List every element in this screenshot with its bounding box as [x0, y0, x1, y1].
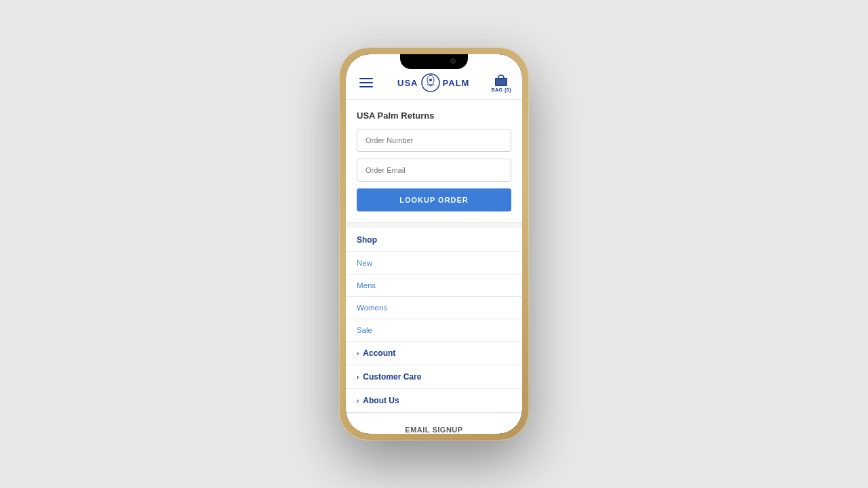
bag-icon	[494, 73, 509, 87]
bag-count-label: BAG (0)	[491, 87, 511, 92]
logo-text-palm: PALM	[443, 78, 470, 88]
svg-point-0	[422, 74, 439, 92]
svg-point-2	[429, 79, 432, 81]
email-signup-section[interactable]: EMAIL SIGNUP	[346, 413, 522, 434]
bag-button[interactable]: BAG (0)	[491, 73, 511, 92]
logo-text-usa: USA	[397, 78, 418, 88]
nav-item-mens[interactable]: Mens	[346, 274, 522, 297]
email-signup-label: EMAIL SIGNUP	[405, 426, 462, 434]
nav-item-customer-care[interactable]: › Customer Care	[346, 365, 522, 389]
returns-section: USA Palm Returns LOOKUP ORDER	[346, 100, 522, 223]
main-content: USA Palm Returns LOOKUP ORDER Shop New M…	[346, 100, 522, 434]
phone-frame: USA PALM BAG (0)	[339, 47, 529, 441]
chevron-right-icon: ›	[357, 373, 359, 381]
nav-shop-header: Shop	[346, 228, 522, 252]
phone-notch	[400, 54, 468, 69]
nav-item-new[interactable]: New	[346, 252, 522, 274]
logo[interactable]: USA PALM	[397, 73, 469, 92]
hamburger-menu-button[interactable]	[357, 75, 376, 90]
order-email-input[interactable]	[357, 159, 511, 182]
nav-item-sale[interactable]: Sale	[346, 319, 522, 342]
returns-title: USA Palm Returns	[357, 110, 511, 121]
nav-section: Shop New Mens Womens Sale ›	[346, 228, 522, 413]
chevron-right-icon: ›	[357, 350, 359, 357]
phone-inner: USA PALM BAG (0)	[346, 54, 522, 434]
chevron-right-icon: ›	[357, 397, 359, 405]
lookup-order-button[interactable]: LOOKUP ORDER	[357, 188, 511, 211]
nav-item-about-us[interactable]: › About Us	[346, 389, 522, 413]
logo-emblem-icon	[421, 73, 440, 92]
phone-screen: USA PALM BAG (0)	[346, 54, 522, 434]
camera-icon	[450, 58, 456, 64]
nav-item-womens[interactable]: Womens	[346, 297, 522, 319]
nav-item-account[interactable]: › Account	[346, 342, 522, 365]
section-divider	[346, 223, 522, 228]
svg-rect-4	[496, 79, 507, 85]
order-number-input[interactable]	[357, 129, 511, 152]
